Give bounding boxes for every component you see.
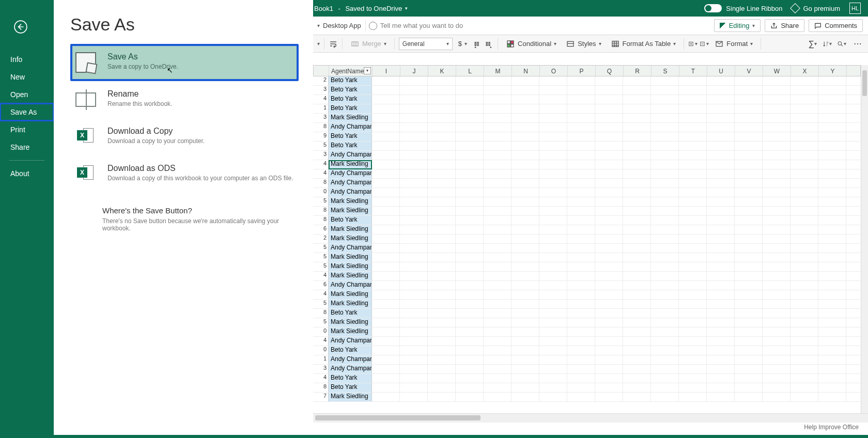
horizontal-scrollbar[interactable] bbox=[313, 413, 868, 423]
merge-button[interactable]: Merge ▾ bbox=[347, 38, 390, 50]
column-header-agentname[interactable]: AgentName▾ bbox=[329, 66, 373, 76]
column-header-K[interactable]: K bbox=[428, 66, 456, 76]
sidebar-item-save-as[interactable]: Save As bbox=[0, 103, 54, 121]
table-row[interactable]: 4Andy Champan bbox=[313, 169, 861, 179]
column-header-T[interactable]: T bbox=[679, 66, 707, 76]
column-header-R[interactable]: R bbox=[624, 66, 652, 76]
svg-rect-5 bbox=[511, 44, 514, 46]
table-row[interactable]: 0Mark Siedling bbox=[313, 327, 861, 337]
table-row[interactable]: 4Mark Siedling bbox=[313, 160, 861, 169]
decimal-decrease-button[interactable] bbox=[473, 39, 482, 49]
format-button[interactable]: Format▾ bbox=[711, 38, 756, 50]
column-headers[interactable]: AgentName▾IJKLMNOPQRSTUVWXY bbox=[313, 65, 861, 76]
sidebar-item-print[interactable]: Print bbox=[0, 121, 54, 138]
table-row[interactable]: 6Andy Champan bbox=[313, 281, 861, 290]
table-row[interactable]: 4Mark Siedling bbox=[313, 290, 861, 300]
chevron-down-icon: ▾ bbox=[752, 23, 755, 28]
table-row[interactable]: 3Beto Yark bbox=[313, 86, 861, 95]
table-row[interactable]: 3Mark Siedling bbox=[313, 114, 861, 123]
comments-button[interactable]: Comments bbox=[809, 19, 863, 32]
more-button[interactable]: ⋯ bbox=[851, 39, 864, 49]
table-row[interactable]: 6Mark Siedling bbox=[313, 225, 861, 234]
column-header-L[interactable]: L bbox=[456, 66, 484, 76]
currency-button[interactable]: $▾ bbox=[455, 38, 471, 49]
spreadsheet-grid[interactable]: AgentName▾IJKLMNOPQRSTUVWXY 2Beto Yark3B… bbox=[313, 53, 868, 413]
column-header-Q[interactable]: Q bbox=[596, 66, 624, 76]
filter-button[interactable]: ▾ bbox=[364, 67, 371, 74]
tell-me-search[interactable]: Tell me what you want to do bbox=[366, 17, 710, 35]
table-row[interactable]: 5Andy Champan bbox=[313, 244, 861, 253]
table-row[interactable]: 8Andy Champan bbox=[313, 179, 861, 188]
column-header-X[interactable]: X bbox=[791, 66, 819, 76]
table-row[interactable]: 0Andy Champan bbox=[313, 188, 861, 197]
column-header-Y[interactable]: Y bbox=[819, 66, 847, 76]
column-header-N[interactable]: N bbox=[512, 66, 540, 76]
option-download-a-copy[interactable]: XDownload a CopyDownload a copy to your … bbox=[70, 118, 299, 155]
table-row[interactable]: 5Mark Siedling bbox=[313, 197, 861, 207]
table-row[interactable]: 2Mark Siedling bbox=[313, 234, 861, 244]
styles-button[interactable]: Styles▾ bbox=[562, 38, 605, 50]
table-row[interactable]: 7Mark Siedling bbox=[313, 393, 861, 402]
table-row[interactable]: 5Mark Siedling bbox=[313, 262, 861, 272]
column-header-O[interactable]: O bbox=[540, 66, 568, 76]
table-row[interactable]: 8Andy Champan bbox=[313, 123, 861, 132]
option-download-as-ods[interactable]: XDownload as ODSDownload a copy of this … bbox=[70, 155, 299, 193]
decimal-increase-button[interactable] bbox=[484, 39, 493, 49]
table-row[interactable]: 4Andy Champan bbox=[313, 337, 861, 346]
user-badge[interactable]: HL bbox=[849, 3, 861, 14]
ribbon-toggle[interactable]: Single Line Ribbon bbox=[704, 4, 782, 12]
autosum-button[interactable]: ∑▾ bbox=[808, 39, 817, 49]
sidebar-item-share[interactable]: Share bbox=[0, 138, 54, 156]
column-header-S[interactable]: S bbox=[652, 66, 679, 76]
open-desktop-button[interactable]: ▾ Desktop App bbox=[313, 17, 365, 35]
table-row[interactable]: 4Mark Siedling bbox=[313, 272, 861, 281]
chevron-down-icon[interactable]: ▾ bbox=[317, 41, 320, 46]
table-row[interactable]: 8Beto Yark bbox=[313, 216, 861, 225]
help-improve-link[interactable]: Help Improve Office bbox=[804, 424, 868, 431]
sort-filter-button[interactable]: ▾ bbox=[823, 39, 832, 49]
go-premium-button[interactable]: Go premium bbox=[792, 5, 840, 12]
table-row[interactable]: 4Beto Yark bbox=[313, 95, 861, 104]
chevron-down-icon[interactable]: ▾ bbox=[405, 6, 408, 11]
sidebar-item-open[interactable]: Open bbox=[0, 86, 54, 103]
column-header-I[interactable]: I bbox=[373, 66, 400, 76]
share-button[interactable]: Share bbox=[765, 19, 804, 32]
sidebar-item-info[interactable]: Info bbox=[0, 51, 54, 68]
column-header-V[interactable]: V bbox=[735, 66, 763, 76]
table-row[interactable]: 5Mark Siedling bbox=[313, 300, 861, 309]
table-row[interactable]: 9Beto Yark bbox=[313, 132, 861, 142]
back-button[interactable] bbox=[9, 15, 32, 38]
table-row[interactable]: 4Beto Yark bbox=[313, 374, 861, 383]
table-row[interactable]: 8Beto Yark bbox=[313, 383, 861, 393]
find-button[interactable]: ▾ bbox=[837, 39, 846, 49]
number-format-select[interactable]: General ▾ bbox=[399, 38, 453, 50]
table-row[interactable]: 3Andy Champan bbox=[313, 151, 861, 160]
table-row[interactable]: 5Beto Yark bbox=[313, 142, 861, 151]
delete-button[interactable]: ▾ bbox=[700, 39, 709, 49]
table-row[interactable]: 2Beto Yark bbox=[313, 76, 861, 86]
conditional-format-button[interactable]: Conditional▾ bbox=[502, 38, 560, 50]
sidebar-item-about[interactable]: About bbox=[0, 165, 54, 182]
table-row[interactable]: 5Mark Siedling bbox=[313, 253, 861, 262]
insert-button[interactable]: ▾ bbox=[688, 39, 698, 49]
column-header-P[interactable]: P bbox=[568, 66, 596, 76]
option-rename[interactable]: RenameRename this workbook. bbox=[70, 81, 299, 118]
table-row[interactable]: 1Andy Champan bbox=[313, 355, 861, 365]
table-row[interactable]: 0Beto Yark bbox=[313, 346, 861, 355]
option-save-as[interactable]: Save AsSave a copy to OneDrive. bbox=[70, 44, 299, 81]
format-as-table-button[interactable]: Format As Table▾ bbox=[607, 38, 680, 50]
editing-mode-button[interactable]: Editing ▾ bbox=[714, 19, 761, 32]
toggle-icon bbox=[704, 4, 722, 12]
table-row[interactable]: 8Mark Siedling bbox=[313, 207, 861, 216]
column-header-U[interactable]: U bbox=[707, 66, 735, 76]
table-row[interactable]: 5Mark Siedling bbox=[313, 318, 861, 327]
table-row[interactable]: 3Andy Champan bbox=[313, 365, 861, 374]
column-header-W[interactable]: W bbox=[763, 66, 791, 76]
table-row[interactable]: 1Beto Yark bbox=[313, 104, 861, 114]
column-header-J[interactable]: J bbox=[400, 66, 428, 76]
sidebar-item-new[interactable]: New bbox=[0, 68, 54, 86]
wrap-text-button[interactable] bbox=[329, 39, 338, 49]
column-header-M[interactable]: M bbox=[484, 66, 512, 76]
table-row[interactable]: 8Beto Yark bbox=[313, 309, 861, 318]
vertical-scrollbar[interactable] bbox=[861, 65, 868, 413]
